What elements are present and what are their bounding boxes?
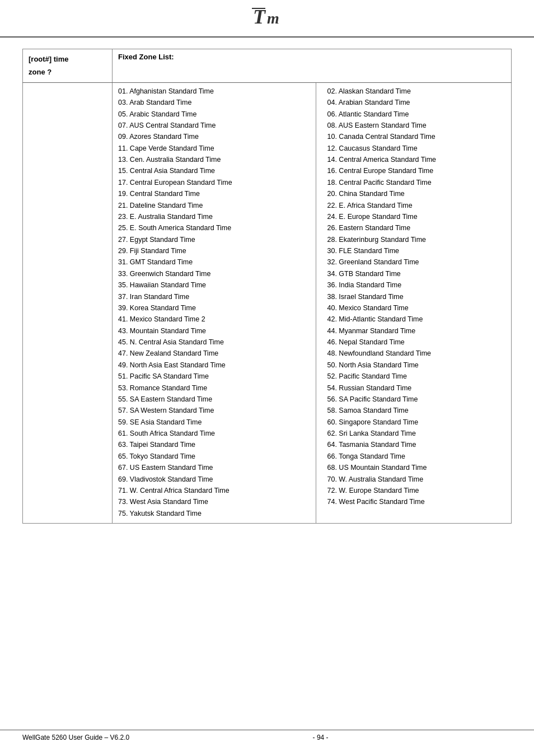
list-item: 22. E. Africa Standard Time (327, 200, 505, 211)
list-item: 47. New Zealand Standard Time (118, 348, 305, 359)
list-item: 60. Singapore Standard Time (327, 417, 505, 428)
list-item: 07. AUS Central Standard Time (118, 120, 305, 131)
list-item: 37. Iran Standard Time (118, 292, 305, 302)
fixed-zone-title: Fixed Zone List: (118, 53, 174, 61)
list-item: 34. GTB Standard Time (327, 269, 505, 279)
list-item: 35. Hawaiian Standard Time (118, 280, 305, 291)
list-item: 18. Central Pacific Standard Time (327, 178, 505, 188)
list-item: 06. Atlantic Standard Time (327, 109, 505, 120)
list-item: 50. North Asia Standard Time (327, 360, 505, 371)
list-item: 12. Caucasus Standard Time (327, 143, 505, 154)
logo-icon: T m (250, 6, 284, 32)
list-item: 67. US Eastern Standard Time (118, 463, 305, 473)
list-item: 65. Tokyo Standard Time (118, 451, 305, 462)
list-item: 62. Sri Lanka Standard Time (327, 428, 505, 439)
list-item: 01. Afghanistan Standard Time (118, 86, 305, 97)
list-item: 08. AUS Eastern Standard Time (327, 120, 505, 131)
list-item: 55. SA Eastern Standard Time (118, 394, 305, 405)
zone-col-left: 01. Afghanistan Standard Time03. Arab St… (118, 86, 310, 519)
list-item: 16. Central Europe Standard Time (327, 166, 505, 176)
list-item: 43. Mountain Standard Time (118, 326, 305, 337)
footer-left: WellGate 5260 User Guide – V6.2.0 (22, 734, 129, 741)
list-item: 32. Greenland Standard Time (327, 257, 505, 268)
svg-text:m: m (267, 10, 279, 27)
list-item: 53. Romance Standard Time (118, 383, 305, 394)
list-item: 31. GMT Standard Time (118, 257, 305, 268)
list-item: 24. E. Europe Standard Time (327, 212, 505, 222)
list-item: 33. Greenwich Standard Time (118, 269, 305, 279)
list-item: 14. Central America Standard Time (327, 155, 505, 165)
list-item: 26. Eastern Standard Time (327, 223, 505, 234)
list-item: 42. Mid-Atlantic Standard Time (327, 314, 505, 325)
left-empty-cell (23, 82, 113, 523)
list-item: 63. Taipei Standard Time (118, 440, 305, 450)
zone-table: [root#] time zone ? Fixed Zone List: 01.… (22, 49, 512, 524)
list-item: 02. Alaskan Standard Time (327, 86, 505, 97)
list-item: 59. SE Asia Standard Time (118, 417, 305, 428)
list-item: 05. Arabic Standard Time (118, 109, 305, 120)
list-item: 75. Yakutsk Standard Time (118, 508, 305, 519)
list-item: 45. N. Central Asia Standard Time (118, 337, 305, 348)
list-item: 39. Korea Standard Time (118, 303, 305, 314)
list-item: 66. Tonga Standard Time (327, 451, 505, 462)
list-item: 69. Vladivostok Standard Time (118, 474, 305, 485)
list-item: 27. Egypt Standard Time (118, 235, 305, 245)
list-item: 04. Arabian Standard Time (327, 97, 505, 108)
list-item: 51. Pacific SA Standard Time (118, 371, 305, 382)
zone-col-right: 02. Alaskan Standard Time04. Arabian Sta… (322, 86, 505, 508)
zone-list-left-cell: 01. Afghanistan Standard Time03. Arab St… (113, 82, 316, 523)
list-item: 64. Tasmania Standard Time (327, 440, 505, 450)
list-item: 48. Newfoundland Standard Time (327, 348, 505, 359)
list-item: 36. India Standard Time (327, 280, 505, 291)
list-item: 17. Central European Standard Time (118, 178, 305, 188)
list-item: 41. Mexico Standard Time 2 (118, 314, 305, 325)
list-item: 11. Cape Verde Standard Time (118, 143, 305, 154)
list-item: 72. W. Europe Standard Time (327, 486, 505, 496)
list-item: 40. Mexico Standard Time (327, 303, 505, 314)
list-item: 73. West Asia Standard Time (118, 497, 305, 507)
table-header-row: [root#] time zone ? Fixed Zone List: (23, 49, 512, 83)
list-item: 20. China Standard Time (327, 189, 505, 199)
command-text: [root#] time (29, 53, 106, 66)
list-item: 57. SA Western Standard Time (118, 405, 305, 416)
footer-center: - 94 - (313, 734, 329, 741)
zone-list-row: 01. Afghanistan Standard Time03. Arab St… (23, 82, 512, 523)
list-item: 44. Myanmar Standard Time (327, 326, 505, 337)
page-footer: WellGate 5260 User Guide – V6.2.0 - 94 - (0, 730, 534, 745)
list-item: 30. FLE Standard Time (327, 246, 505, 256)
list-item: 19. Central Standard Time (118, 189, 305, 199)
list-item: 28. Ekaterinburg Standard Time (327, 235, 505, 245)
list-item: 13. Cen. Australia Standard Time (118, 155, 305, 165)
list-item: 58. Samoa Standard Time (327, 405, 505, 416)
zone-list-right-cell: 02. Alaskan Standard Time04. Arabian Sta… (316, 82, 511, 523)
list-item: 46. Nepal Standard Time (327, 337, 505, 348)
list-item: 25. E. South America Standard Time (118, 223, 305, 234)
list-item: 38. Israel Standard Time (327, 292, 505, 302)
left-header-cell: [root#] time zone ? (23, 49, 113, 83)
list-item: 09. Azores Standard Time (118, 132, 305, 142)
fixed-zone-header-cell: Fixed Zone List: (113, 49, 512, 83)
list-item: 70. W. Australia Standard Time (327, 474, 505, 485)
list-item: 54. Russian Standard Time (327, 383, 505, 394)
list-item: 21. Dateline Standard Time (118, 200, 305, 211)
list-item: 03. Arab Standard Time (118, 97, 305, 108)
list-item: 10. Canada Central Standard Time (327, 132, 505, 142)
list-item: 71. W. Central Africa Standard Time (118, 486, 305, 496)
list-item: 15. Central Asia Standard Time (118, 166, 305, 176)
main-content: [root#] time zone ? Fixed Zone List: 01.… (0, 38, 534, 535)
page-header: T m (0, 0, 534, 38)
list-item: 74. West Pacific Standard Time (327, 497, 505, 507)
list-item: 61. South Africa Standard Time (118, 428, 305, 439)
list-item: 56. SA Pacific Standard Time (327, 394, 505, 405)
list-item: 29. Fiji Standard Time (118, 246, 305, 256)
list-item: 68. US Mountain Standard Time (327, 463, 505, 473)
list-item: 52. Pacific Standard Time (327, 371, 505, 382)
command-text-2: zone ? (29, 66, 106, 78)
list-item: 23. E. Australia Standard Time (118, 212, 305, 222)
list-item: 49. North Asia East Standard Time (118, 360, 305, 371)
